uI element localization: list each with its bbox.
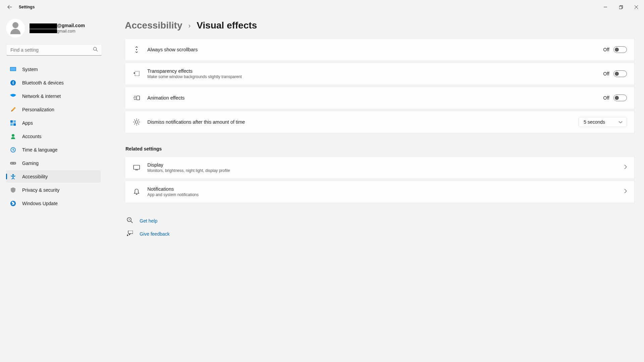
svg-line-33	[138, 120, 139, 120]
svg-rect-1	[619, 6, 622, 9]
update-icon	[10, 200, 16, 206]
setting-animation: Animation effects Off	[125, 86, 635, 109]
svg-rect-35	[134, 165, 140, 169]
setting-subtitle: Make some window backgrounds slightly tr…	[147, 74, 603, 79]
help-link-row: ? Get help	[125, 217, 635, 225]
maximize-button[interactable]	[613, 2, 629, 12]
close-button[interactable]	[629, 2, 644, 12]
setting-title: Notifications	[147, 186, 624, 192]
arrow-left-icon	[7, 5, 12, 9]
setting-subtitle: App and system notifications	[147, 192, 624, 197]
nav-label: Network & internet	[22, 94, 61, 99]
nav-accounts[interactable]: Accounts	[6, 130, 101, 142]
related-display[interactable]: Display Monitors, brightness, night ligh…	[125, 156, 635, 179]
svg-line-34	[134, 124, 135, 124]
toggle-state-label: Off	[603, 95, 609, 101]
shield-icon	[10, 187, 16, 193]
nav-label: Accessibility	[22, 174, 48, 179]
nav-label: Privacy & security	[22, 187, 59, 193]
maximize-icon	[619, 5, 623, 9]
svg-line-5	[96, 50, 98, 51]
minimize-button[interactable]	[598, 2, 613, 12]
transparency-toggle[interactable]	[613, 70, 627, 77]
svg-point-16	[11, 163, 12, 163]
svg-rect-40	[128, 231, 133, 234]
breadcrumb-parent[interactable]: Accessibility	[125, 20, 182, 31]
nav-label: Apps	[22, 120, 33, 126]
scrollbar-icon	[133, 46, 141, 53]
svg-rect-9	[10, 120, 13, 123]
svg-line-39	[131, 221, 133, 223]
nav-personalization[interactable]: Personalization	[6, 103, 101, 116]
titlebar: Settings	[0, 0, 644, 14]
chevron-down-icon	[618, 119, 623, 125]
user-email: gmail.com	[30, 29, 85, 34]
nav-bluetooth[interactable]: Bluetooth & devices	[6, 76, 101, 89]
svg-line-32	[138, 124, 139, 124]
setting-title: Dismiss notifications after this amount …	[147, 119, 579, 125]
nav-network[interactable]: Network & internet	[6, 90, 101, 102]
nav-update[interactable]: Windows Update	[6, 197, 101, 209]
setting-title: Display	[147, 162, 624, 168]
nav-label: Personalization	[22, 107, 54, 112]
chevron-right-icon	[624, 189, 627, 195]
display-icon	[133, 165, 141, 170]
scrollbars-toggle[interactable]	[613, 46, 627, 53]
setting-transparency: Transparency effects Make some window ba…	[125, 62, 635, 85]
user-block[interactable]: @gmail.com gmail.com	[6, 14, 101, 44]
nav-label: Time & language	[22, 147, 57, 153]
apps-icon	[10, 120, 16, 126]
svg-point-26	[135, 121, 138, 123]
window-title: Settings	[19, 5, 35, 9]
transparency-icon	[133, 71, 141, 77]
nav: System Bluetooth & devices Network & int…	[6, 63, 101, 209]
nav-label: Windows Update	[22, 201, 58, 206]
gamepad-icon	[10, 160, 16, 166]
setting-scrollbars: Always show scrollbars Off	[125, 38, 635, 61]
related-notifications[interactable]: Notifications App and system notificatio…	[125, 180, 635, 203]
avatar	[6, 19, 25, 38]
flash-icon	[133, 119, 141, 125]
search-input[interactable]	[6, 44, 102, 56]
related-heading: Related settings	[126, 146, 635, 152]
nav-accessibility[interactable]: Accessibility	[6, 170, 101, 183]
animation-toggle[interactable]	[613, 95, 627, 101]
main-content: Accessibility › Visual effects Always sh…	[104, 14, 644, 362]
dismiss-duration-select[interactable]: 5 seconds	[579, 117, 627, 127]
setting-title: Animation effects	[147, 95, 603, 101]
page-title: Visual effects	[197, 20, 257, 31]
svg-point-13	[12, 134, 14, 137]
give-feedback-link[interactable]: Give feedback	[140, 231, 170, 237]
nav-apps[interactable]: Apps	[6, 117, 101, 129]
nav-system[interactable]: System	[6, 63, 101, 75]
nav-label: Bluetooth & devices	[22, 80, 64, 85]
setting-title: Transparency effects	[147, 68, 603, 74]
feedback-link-row: Give feedback	[125, 231, 635, 237]
help-icon: ?	[127, 217, 133, 225]
nav-time[interactable]: Time & language	[6, 143, 101, 156]
svg-rect-10	[13, 120, 16, 123]
close-icon	[635, 5, 638, 9]
get-help-link[interactable]: Get help	[140, 218, 157, 224]
chevron-right-icon: ›	[188, 22, 191, 29]
system-icon	[10, 66, 16, 72]
svg-rect-11	[10, 123, 13, 126]
back-button[interactable]	[7, 4, 13, 10]
nav-gaming[interactable]: Gaming	[6, 157, 101, 169]
minimize-icon	[604, 5, 607, 9]
svg-rect-25	[137, 96, 140, 100]
nav-privacy[interactable]: Privacy & security	[6, 184, 101, 196]
brush-icon	[10, 107, 16, 113]
svg-rect-12	[13, 123, 16, 126]
sidebar: @gmail.com gmail.com System Bluetooth & …	[0, 14, 104, 362]
svg-text:?: ?	[129, 218, 130, 221]
svg-point-18	[12, 174, 14, 176]
breadcrumb: Accessibility › Visual effects	[125, 20, 635, 31]
setting-title: Always show scrollbars	[147, 47, 603, 52]
window-controls	[598, 2, 644, 12]
clock-icon	[10, 147, 16, 153]
bluetooth-icon	[10, 80, 16, 86]
toggle-state-label: Off	[603, 71, 609, 76]
setting-subtitle: Monitors, brightness, night light, displ…	[147, 168, 624, 173]
search-box[interactable]	[6, 44, 102, 56]
